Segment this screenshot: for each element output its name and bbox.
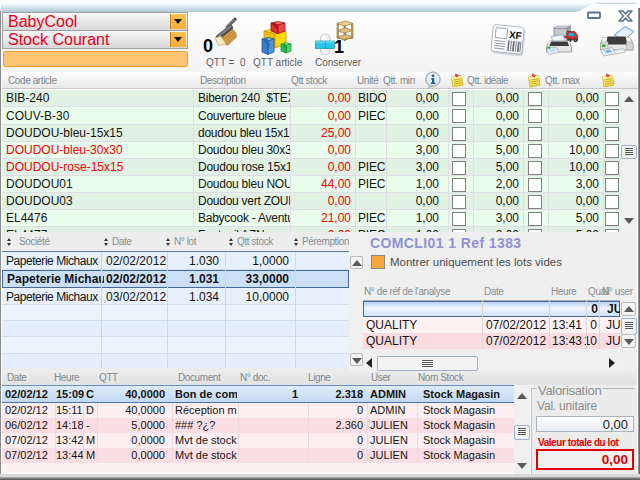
svg-text:XF: XF	[509, 29, 523, 41]
